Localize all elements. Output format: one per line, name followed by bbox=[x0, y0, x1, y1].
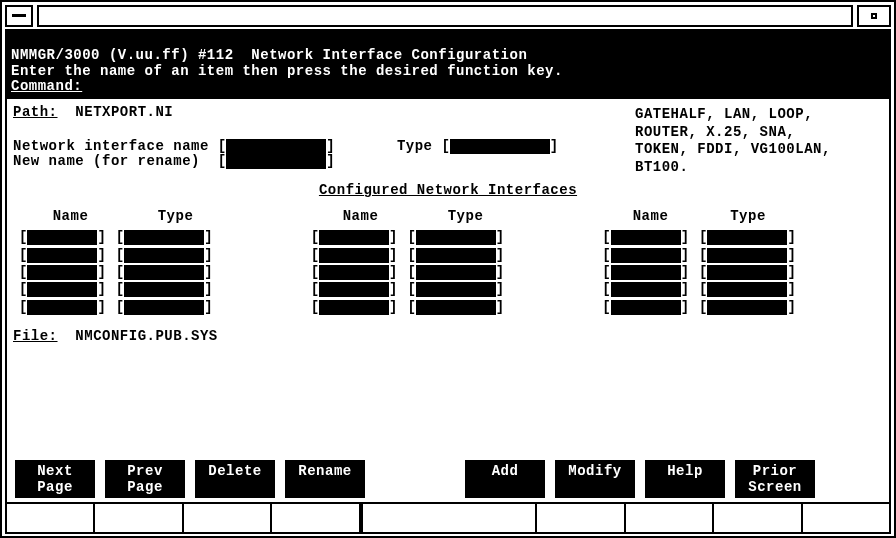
type-input[interactable] bbox=[707, 230, 787, 245]
type-input[interactable] bbox=[416, 230, 496, 245]
name-input[interactable] bbox=[319, 300, 389, 315]
f5-add[interactable]: Add bbox=[465, 460, 545, 498]
system-menu-icon[interactable] bbox=[5, 5, 33, 27]
file-row: File: NMCONFIG.PUB.SYS bbox=[13, 329, 883, 346]
name-input[interactable] bbox=[611, 248, 681, 263]
ni-name-label: Network interface name bbox=[13, 139, 209, 154]
type-input[interactable] bbox=[416, 282, 496, 297]
f4-rename[interactable]: Rename bbox=[285, 460, 365, 498]
interface-grid: [] [] [] [] [] [] [] [] [] [] bbox=[13, 230, 883, 315]
type-input[interactable] bbox=[707, 265, 787, 280]
f2-prev-page[interactable]: Prev Page bbox=[105, 460, 185, 498]
col-name-1: Name bbox=[23, 209, 118, 224]
window-frame: NMMGR/3000 (V.uu.ff) #112 Network Interf… bbox=[0, 0, 896, 538]
path-label: Path: bbox=[13, 104, 58, 120]
ni-name-input[interactable] bbox=[226, 139, 326, 154]
f8-prior-screen[interactable]: Prior Screen bbox=[735, 460, 815, 498]
type-input[interactable] bbox=[124, 300, 204, 315]
section-title: Configured Network Interfaces bbox=[13, 183, 883, 198]
name-input[interactable] bbox=[611, 230, 681, 245]
name-input[interactable] bbox=[319, 265, 389, 280]
col-type-1: Type bbox=[118, 209, 233, 224]
window-titlebar bbox=[5, 5, 891, 27]
rename-label: New name (for rename) bbox=[13, 154, 200, 169]
header-line2: Enter the name of an item then press the… bbox=[11, 63, 563, 79]
name-input[interactable] bbox=[27, 282, 97, 297]
name-input[interactable] bbox=[611, 282, 681, 297]
type-options-help: GATEHALF, LAN, LOOP, ROUTER, X.25, SNA, … bbox=[635, 106, 831, 176]
type-input[interactable] bbox=[124, 248, 204, 263]
name-input[interactable] bbox=[27, 265, 97, 280]
type-input[interactable] bbox=[416, 248, 496, 263]
f6-modify[interactable]: Modify bbox=[555, 460, 635, 498]
work-area: NMMGR/3000 (V.uu.ff) #112 Network Interf… bbox=[5, 29, 891, 534]
type-input[interactable] bbox=[416, 300, 496, 315]
name-input[interactable] bbox=[27, 230, 97, 245]
col-type-3: Type bbox=[698, 209, 798, 224]
name-input[interactable] bbox=[27, 248, 97, 263]
type-input[interactable] bbox=[124, 230, 204, 245]
minimize-button[interactable] bbox=[857, 5, 891, 27]
type-input[interactable] bbox=[707, 248, 787, 263]
name-input[interactable] bbox=[27, 300, 97, 315]
name-input[interactable] bbox=[319, 230, 389, 245]
function-keys: Next Page Prev Page Delete Rename Add Mo… bbox=[7, 460, 889, 532]
col-name-2: Name bbox=[313, 209, 408, 224]
type-input[interactable] bbox=[124, 282, 204, 297]
f3-delete[interactable]: Delete bbox=[195, 460, 275, 498]
name-input[interactable] bbox=[611, 300, 681, 315]
file-label: File: bbox=[13, 328, 58, 344]
col-name-3: Name bbox=[603, 209, 698, 224]
path-value: NETXPORT.NI bbox=[75, 104, 173, 120]
screen-header: NMMGR/3000 (V.uu.ff) #112 Network Interf… bbox=[7, 31, 889, 99]
type-label: Type bbox=[397, 139, 433, 154]
f7-help[interactable]: Help bbox=[645, 460, 725, 498]
type-input[interactable] bbox=[124, 265, 204, 280]
file-value: NMCONFIG.PUB.SYS bbox=[75, 328, 217, 344]
type-input[interactable] bbox=[416, 265, 496, 280]
type-input[interactable] bbox=[450, 139, 550, 154]
name-input[interactable] bbox=[319, 248, 389, 263]
type-input[interactable] bbox=[707, 300, 787, 315]
f1-next-page[interactable]: Next Page bbox=[15, 460, 95, 498]
rename-input[interactable] bbox=[226, 154, 326, 169]
status-bar bbox=[7, 502, 889, 532]
name-input[interactable] bbox=[611, 265, 681, 280]
header-line1: NMMGR/3000 (V.uu.ff) #112 Network Interf… bbox=[11, 47, 527, 63]
col-type-2: Type bbox=[408, 209, 523, 224]
name-input[interactable] bbox=[319, 282, 389, 297]
titlebar-spacer bbox=[37, 5, 853, 27]
type-input[interactable] bbox=[707, 282, 787, 297]
command-label: Command: bbox=[11, 78, 82, 94]
column-headers: Name Type Name Type Name Type bbox=[13, 209, 883, 230]
